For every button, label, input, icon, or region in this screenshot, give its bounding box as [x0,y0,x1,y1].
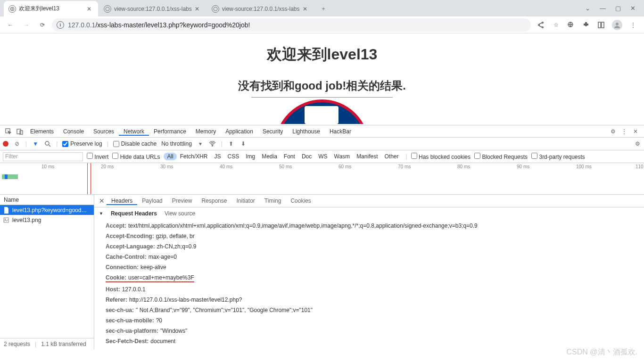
svg-rect-8 [602,22,604,28]
browser-tab[interactable]: view-source:127.0.0.1/xss-labs ✕ [99,1,206,16]
filter-chip-img[interactable]: Img [242,153,258,160]
detail-tab-timing[interactable]: Timing [260,197,286,204]
network-timeline[interactable]: 10 ms20 ms30 ms40 ms50 ms60 ms70 ms80 ms… [0,163,644,195]
close-detail-icon[interactable]: ✕ [97,197,107,205]
extensions-icon[interactable] [582,21,590,29]
search-icon[interactable] [44,141,51,147]
site-info-icon[interactable]: i [57,21,64,29]
devtools-tab-elements[interactable]: Elements [25,128,58,135]
devtools-tab-hackbar[interactable]: HackBar [325,128,356,135]
new-tab-button[interactable]: ＋ [317,2,330,15]
menu-icon[interactable]: ⋮ [629,21,637,29]
more-icon[interactable]: ⋮ [619,128,630,135]
clear-icon[interactable]: ⊘ [13,140,21,147]
address-bar[interactable]: i 127.0.0.1/xss-labs-master/level13.php?… [52,18,531,32]
header-row: sec-ch-ua-platform:"Windows" [106,326,644,336]
tab-title: view-source:127.0.0.1/xss-labs [114,6,192,12]
throttling-select[interactable]: No throttling [161,140,192,147]
browser-tab-strip: 欢迎来到level13 ✕ view-source:127.0.0.1/xss-… [0,0,644,16]
close-icon[interactable]: ✕ [195,6,201,12]
detail-tab-payload[interactable]: Payload [137,197,167,204]
disable-cache-checkbox[interactable]: Disable cache [113,140,157,147]
view-source-link[interactable]: View source [165,210,195,217]
settings-gear-icon[interactable]: ⚙ [634,140,641,147]
header-row: Host:127.0.0.1 [106,284,644,295]
tab-title: 欢迎来到level13 [19,5,84,13]
devtools-tab-console[interactable]: Console [58,128,89,135]
reload-button[interactable]: ⟳ [36,18,49,32]
chevron-down-icon[interactable]: ⌄ [585,5,590,12]
chevron-down-icon[interactable]: ▾ [197,140,204,147]
svg-point-16 [5,219,6,220]
blocked-requests-checkbox[interactable]: Blocked Requests [474,153,528,160]
browser-tab[interactable]: view-source:127.0.0.1/xss-labs ✕ [207,1,314,16]
settings-gear-icon[interactable]: ⚙ [607,128,619,135]
devtools-tab-network[interactable]: Network [119,128,149,136]
globe-icon [212,5,219,13]
filter-chip-css[interactable]: CSS [224,153,242,160]
requests-count: 2 requests [4,341,30,347]
devtools-tab-performance[interactable]: Performance [149,128,191,135]
detail-tab-headers[interactable]: Headers [107,197,137,205]
filter-chip-all[interactable]: All [164,153,176,160]
hide-data-urls-checkbox[interactable]: Hide data URLs [112,153,160,160]
name-column-header[interactable]: Name [0,195,94,205]
filter-chip-media[interactable]: Media [258,153,281,160]
third-party-checkbox[interactable]: 3rd-party requests [531,153,585,160]
filter-chip-fetch-xhr[interactable]: Fetch/XHR [177,153,211,160]
globe-search-icon[interactable] [567,21,575,29]
request-row[interactable]: level13.png [0,215,94,225]
star-icon[interactable]: ☆ [552,21,560,29]
close-devtools-icon[interactable]: ✕ [630,128,641,135]
request-row[interactable]: level13.php?keyword=good%... [0,205,94,215]
close-icon[interactable]: ✕ [87,6,93,12]
svg-point-3 [542,22,544,23]
timeline-tick: 30 ms [160,164,173,169]
filter-icon[interactable]: ▼ [32,140,39,147]
filter-chip-wasm[interactable]: Wasm [331,153,354,160]
filter-chip-js[interactable]: JS [211,153,224,160]
forward-button[interactable]: → [20,18,33,32]
detail-tab-preview[interactable]: Preview [167,197,197,204]
devtools-tab-sources[interactable]: Sources [89,128,119,135]
reading-list-icon[interactable] [597,21,605,29]
maximize-icon[interactable]: ▢ [615,5,621,12]
url-host: 127.0.0.1 [68,21,95,29]
filter-input[interactable]: Filter [3,152,83,161]
header-row: Accept-Language:zh-CN,zh;q=0.9 [106,241,644,252]
has-blocked-cookies-checkbox[interactable]: Has blocked cookies [411,153,471,160]
filter-chip-other[interactable]: Other [381,153,402,160]
filter-chip-doc[interactable]: Doc [298,153,315,160]
devtools-tab-lighthouse[interactable]: Lighthouse [288,128,325,135]
device-toolbar-icon[interactable] [14,128,25,135]
share-icon[interactable] [537,21,545,29]
record-button[interactable] [3,141,8,147]
request-headers-section[interactable]: ▼ Request Headers View source [94,207,644,220]
wifi-icon[interactable] [209,141,216,147]
detail-tab-cookies[interactable]: Cookies [286,197,315,204]
toolbar-right-icons: ☆ ⋮ [534,20,640,30]
close-window-icon[interactable]: ✕ [630,5,636,12]
back-button[interactable]: ← [4,18,17,32]
inspect-icon[interactable] [3,128,14,135]
preserve-log-checkbox[interactable]: Preserve log [62,140,102,147]
browser-tab-active[interactable]: 欢迎来到level13 ✕ [4,1,98,16]
detail-tab-initiator[interactable]: Initiator [231,197,259,204]
filter-chip-font[interactable]: Font [281,153,298,160]
svg-point-13 [45,141,49,145]
minimize-icon[interactable]: — [600,5,606,12]
close-icon[interactable]: ✕ [303,6,309,12]
detail-tab-response[interactable]: Response [197,197,231,204]
download-icon[interactable]: ⬇ [239,140,247,147]
headers-list: Accept:text/html,application/xhtml+xml,a… [94,220,644,349]
filter-chip-manifest[interactable]: Manifest [353,153,381,160]
svg-rect-11 [17,129,21,134]
invert-checkbox[interactable]: Invert [87,153,108,160]
upload-icon[interactable]: ⬆ [227,140,235,147]
devtools-tab-security[interactable]: Security [258,128,288,135]
header-row: Sec-Fetch-Dest:document [106,336,644,346]
profile-avatar[interactable] [612,20,622,30]
devtools-tab-application[interactable]: Application [221,128,258,135]
devtools-tab-memory[interactable]: Memory [191,128,221,135]
filter-chip-ws[interactable]: WS [315,153,330,160]
